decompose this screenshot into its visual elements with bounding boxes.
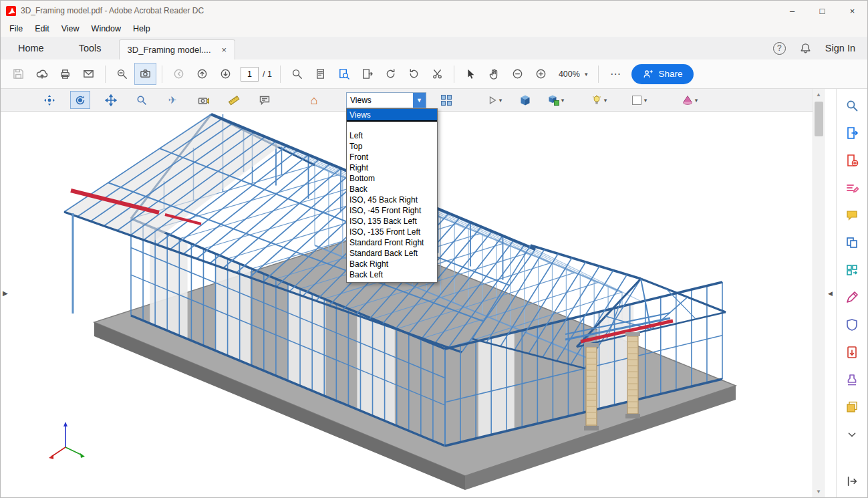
close-button[interactable]: × bbox=[837, 1, 867, 21]
views-dropdown-item-iso45[interactable]: ISO, 45 Back Right bbox=[347, 195, 437, 205]
views-dropdown-selected[interactable]: Views bbox=[347, 109, 437, 120]
default-view-home-button[interactable]: ⌂ bbox=[304, 91, 324, 109]
menu-edit[interactable]: Edit bbox=[29, 22, 55, 35]
use-3d-view-button[interactable] bbox=[515, 91, 535, 109]
rotate-tool-button[interactable] bbox=[70, 91, 90, 109]
views-dropdown-item-std-back-left[interactable]: Standard Back Left bbox=[347, 248, 437, 259]
rail-combine-files-button[interactable] bbox=[841, 231, 863, 253]
rail-create-pdf-button[interactable] bbox=[841, 149, 863, 171]
vertical-scrollbar[interactable]: ▲ ▼ bbox=[813, 89, 824, 497]
share-button[interactable]: Share bbox=[631, 64, 694, 84]
views-combobox-arrow-icon[interactable]: ▼ bbox=[413, 93, 426, 108]
tab-close-icon[interactable]: × bbox=[222, 45, 227, 55]
views-dropdown-item-std-front-right[interactable]: Standard Front Right bbox=[347, 237, 437, 248]
menu-help[interactable]: Help bbox=[127, 22, 156, 35]
zoom-3d-tool-button[interactable] bbox=[132, 91, 152, 109]
background-color-button[interactable]: ▾ bbox=[629, 91, 649, 109]
rail-scroll-more-button[interactable] bbox=[841, 423, 863, 445]
views-dropdown-item-back[interactable]: Back bbox=[347, 184, 437, 195]
menu-window[interactable]: Window bbox=[86, 22, 127, 35]
snapshot-button[interactable] bbox=[134, 63, 156, 85]
toolbar-divider bbox=[598, 66, 599, 83]
rail-more-tools-button[interactable] bbox=[841, 396, 863, 418]
rail-protect-button[interactable] bbox=[841, 314, 863, 336]
menu-view[interactable]: View bbox=[55, 22, 86, 35]
help-icon[interactable]: ? bbox=[773, 42, 786, 55]
tab-tools[interactable]: Tools bbox=[61, 37, 119, 59]
views-dropdown-item-right[interactable]: Right bbox=[347, 162, 437, 173]
email-button[interactable] bbox=[78, 63, 100, 85]
camera-3d-button[interactable] bbox=[193, 91, 213, 109]
more-tools-button[interactable]: ⋯ bbox=[604, 63, 626, 85]
views-dropdown-item-iso135[interactable]: ISO, 135 Back Left bbox=[347, 216, 437, 227]
fly-tool-button[interactable]: ✈ bbox=[162, 91, 182, 109]
zoom-3d-icon bbox=[136, 94, 148, 106]
views-dropdown-item-top[interactable]: Top bbox=[347, 141, 437, 152]
scroll-down-icon[interactable]: ▼ bbox=[813, 486, 824, 497]
play-animation-button[interactable]: ▾ bbox=[484, 91, 504, 109]
cross-section-button[interactable]: ▾ bbox=[680, 91, 700, 109]
views-dropdown: Views Left Top Front Right Bottom Back I… bbox=[346, 108, 438, 283]
zoom-out-button[interactable] bbox=[507, 63, 529, 85]
comment-3d-icon bbox=[259, 94, 271, 106]
page-number-input[interactable] bbox=[241, 67, 259, 82]
pan-tool-button[interactable] bbox=[101, 91, 121, 109]
model-tree-button[interactable] bbox=[436, 91, 456, 109]
rail-comment-button[interactable] bbox=[841, 204, 863, 226]
scrollbar-thumb[interactable] bbox=[815, 102, 823, 136]
previous-page-button[interactable] bbox=[191, 63, 213, 85]
rotate-clockwise-button[interactable] bbox=[380, 63, 402, 85]
tab-document[interactable]: 3D_Framing model.... × bbox=[119, 39, 236, 59]
select-tool-button[interactable] bbox=[460, 63, 482, 85]
tab-home[interactable]: Home bbox=[1, 37, 61, 59]
zoom-in-button[interactable] bbox=[530, 63, 552, 85]
views-dropdown-item-back-right[interactable]: Back Right bbox=[347, 259, 437, 269]
previous-view-button[interactable] bbox=[168, 63, 190, 85]
rotate-counterclockwise-button[interactable] bbox=[403, 63, 425, 85]
cloud-save-button[interactable] bbox=[31, 63, 53, 85]
minimize-button[interactable]: – bbox=[777, 1, 807, 21]
toolbar-divider bbox=[454, 66, 454, 83]
comment-3d-button[interactable] bbox=[255, 91, 275, 109]
views-dropdown-item-back-left[interactable]: Back Left bbox=[347, 269, 437, 280]
menu-file[interactable]: File bbox=[3, 22, 29, 35]
maximize-button[interactable]: □ bbox=[807, 1, 837, 21]
export-file-button[interactable] bbox=[356, 63, 378, 85]
views-combobox[interactable]: Views ▼ bbox=[346, 92, 426, 108]
rail-open-pane-button[interactable] bbox=[841, 470, 863, 492]
marquee-zoom-button[interactable] bbox=[111, 63, 133, 85]
rail-organize-pages-button[interactable] bbox=[841, 259, 863, 281]
rail-compress-pdf-button[interactable] bbox=[841, 341, 863, 363]
rail-stamp-button[interactable] bbox=[841, 368, 863, 390]
document-canvas[interactable]: ✈ ⌂ Views ▼ ▾ ▾ ▾ ▾ ▾ Views bbox=[1, 89, 813, 497]
page-thumbnails-button[interactable] bbox=[309, 63, 331, 85]
protect-shield-icon bbox=[845, 318, 859, 332]
hand-tool-button[interactable] bbox=[483, 63, 505, 85]
open-left-pane-icon[interactable]: ▶ bbox=[3, 289, 8, 297]
render-mode-button[interactable]: ▾ bbox=[546, 91, 566, 109]
find-button[interactable] bbox=[286, 63, 308, 85]
rail-export-pdf-button[interactable] bbox=[841, 122, 863, 144]
zoom-level-select[interactable]: 400% ▾ bbox=[553, 70, 593, 79]
print-button[interactable] bbox=[54, 63, 76, 85]
stamp-icon bbox=[845, 373, 859, 386]
notifications-bell-icon[interactable] bbox=[799, 42, 812, 55]
search-document-button[interactable] bbox=[333, 63, 355, 85]
collapse-tools-pane-icon[interactable]: ◀ bbox=[828, 290, 833, 297]
next-page-button[interactable] bbox=[214, 63, 237, 85]
save-button[interactable] bbox=[7, 63, 29, 85]
views-dropdown-item-iso-45[interactable]: ISO, -45 Front Right bbox=[347, 205, 437, 216]
views-dropdown-item-front[interactable]: Front bbox=[347, 152, 437, 162]
measure-3d-button[interactable] bbox=[224, 91, 244, 109]
views-dropdown-item-bottom[interactable]: Bottom bbox=[347, 173, 437, 184]
sign-in-link[interactable]: Sign In bbox=[825, 43, 855, 53]
orbit-tool-button[interactable] bbox=[39, 91, 59, 109]
views-dropdown-item-left[interactable]: Left bbox=[347, 130, 437, 141]
rail-fill-sign-button[interactable] bbox=[841, 286, 863, 308]
lighting-button[interactable]: ▾ bbox=[589, 91, 609, 109]
rail-search-button[interactable] bbox=[841, 94, 863, 116]
views-dropdown-item-iso-135[interactable]: ISO, -135 Front Left bbox=[347, 227, 437, 237]
scroll-up-icon[interactable]: ▲ bbox=[813, 89, 824, 100]
crop-button[interactable] bbox=[426, 63, 448, 85]
rail-edit-pdf-button[interactable] bbox=[841, 176, 863, 199]
